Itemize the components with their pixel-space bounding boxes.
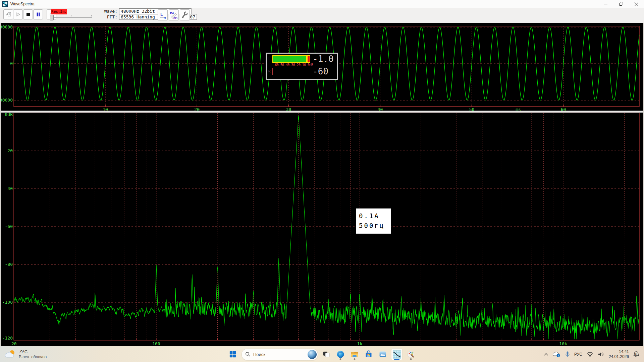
open-file-button[interactable]: [3, 9, 13, 19]
search-placeholder: Поиск: [253, 352, 265, 357]
notification-bell-icon[interactable]: z: [633, 351, 639, 358]
meter-left-fill: [273, 56, 306, 62]
slider-tick: [91, 15, 92, 16]
restore-button[interactable]: [613, 0, 629, 8]
clock[interactable]: 14:41 24.01.2026: [609, 349, 629, 359]
photos-icon: [379, 350, 387, 358]
meter-right-value: -60: [313, 67, 328, 76]
search-highlight-image[interactable]: [308, 350, 317, 359]
meter-left-channel-label: L: [268, 57, 272, 61]
onedrive-icon[interactable]: [553, 351, 561, 357]
language-indicator[interactable]: РУС: [574, 352, 582, 357]
task-view-button[interactable]: [321, 348, 332, 360]
weather-description: В осн. облачно: [19, 355, 47, 359]
svg-text:-20: -20: [5, 148, 13, 153]
paint-icon: [407, 350, 415, 358]
paint-button[interactable]: [405, 348, 417, 360]
svg-text:-80: -80: [5, 262, 13, 267]
meter-left-row: L -1.0: [268, 55, 335, 63]
meter-left-bar: [272, 55, 310, 63]
wifi-icon[interactable]: [587, 352, 593, 357]
file-explorer-button[interactable]: [349, 348, 360, 360]
volume-icon[interactable]: [598, 352, 604, 357]
svg-text:20: 20: [11, 341, 17, 346]
system-tray: РУС 14:41 24.01.2026 z: [544, 346, 639, 362]
open-file-icon: [5, 11, 11, 17]
settings-button[interactable]: [180, 9, 190, 20]
task-view-icon: [322, 350, 330, 358]
input-volume-slider[interactable]: [51, 17, 92, 18]
svg-text:-30000: -30000: [0, 98, 13, 103]
wrench-icon: [181, 11, 189, 19]
annotation-line1: 0.1A: [359, 211, 390, 221]
taskbar: -9°C В осн. облачно Поиск: [0, 346, 644, 362]
wavespectra-app-icon: [2, 1, 8, 7]
minimize-button[interactable]: [598, 0, 613, 8]
window-titlebar: WaveSpectra: [0, 0, 644, 8]
hz-db-scale-icon: Hz dB: [170, 11, 178, 19]
tray-date: 24.01.2026: [609, 354, 629, 359]
meter-left-peak-tip: [308, 56, 310, 62]
meter-right-row: R -60: [268, 67, 335, 75]
stop-icon: [25, 12, 31, 17]
microsoft-store-icon: [365, 350, 373, 358]
meter-right-bar: [272, 68, 310, 75]
microphone-icon[interactable]: [565, 351, 570, 358]
level-meter: L -1.0 -60-50-40-30-20-10 0dB R -60: [266, 53, 338, 80]
meter-right-channel-label: R: [268, 69, 272, 73]
stop-button[interactable]: [23, 9, 33, 19]
desktop-screen: WaveSpectra: [0, 0, 644, 362]
svg-text:R: R: [164, 16, 166, 19]
restore-icon: [619, 2, 623, 6]
play-button[interactable]: [13, 9, 23, 19]
toolbar: Rec.In. Wave: 48000Hz 32bit 2ch FFT: 655…: [0, 8, 644, 23]
svg-text:Hz: Hz: [170, 11, 174, 14]
lr-channel-button[interactable]: L R: [158, 9, 168, 20]
rec-in-badge: Rec.In.: [51, 9, 67, 14]
file-explorer-icon: [351, 350, 359, 358]
pause-button[interactable]: [33, 9, 43, 19]
edge-button[interactable]: [335, 348, 346, 360]
windows-logo-icon: [229, 351, 236, 358]
svg-text:-100: -100: [2, 300, 13, 305]
svg-text:1k: 1k: [357, 341, 363, 346]
meter-left-value: -1.0: [313, 55, 334, 63]
weather-icon: [5, 349, 16, 359]
svg-text:100: 100: [152, 341, 160, 346]
fft-label: FFT:: [100, 14, 117, 19]
photos-button[interactable]: [377, 348, 388, 360]
svg-text:10k: 10k: [559, 341, 567, 346]
svg-text:0dB: 0dB: [5, 112, 13, 117]
wave-label: Wave:: [100, 9, 117, 14]
spectrum-axis-labels: 0dB-20-40-60-80-100-120201001k10k: [2, 112, 567, 346]
pause-icon: [36, 12, 41, 17]
start-button[interactable]: [227, 348, 239, 360]
active-indicator: [394, 359, 399, 360]
weather-temperature: -9°C: [19, 349, 47, 354]
svg-text:30000: 30000: [0, 24, 13, 29]
taskbar-center: Поиск: [227, 348, 417, 360]
svg-text:dB: dB: [173, 16, 177, 19]
microsoft-store-button[interactable]: [363, 348, 374, 360]
lr-channel-icon: L R: [159, 11, 167, 19]
slider-thumb[interactable]: [50, 15, 54, 20]
annotation-line2: 500гц: [359, 221, 390, 231]
weather-widget[interactable]: -9°C В осн. облачно: [5, 348, 47, 361]
svg-text:-60: -60: [5, 224, 13, 229]
minimize-icon: [604, 2, 607, 6]
play-icon: [15, 12, 21, 17]
window-left-edge: [0, 23, 1, 346]
spectrum-panel: 0dB-20-40-60-80-100-120201001k10k: [0, 113, 644, 346]
edge-icon: [336, 350, 344, 358]
running-indicator: [410, 358, 412, 360]
search-box[interactable]: Поиск: [241, 349, 318, 360]
wavespectra-taskbar-button[interactable]: [391, 348, 402, 360]
svg-text:-120: -120: [2, 336, 13, 341]
wavespectra-icon: [393, 350, 401, 359]
tray-time: 14:41: [609, 349, 629, 354]
show-hidden-icons-chevron[interactable]: [544, 353, 548, 356]
running-indicator: [354, 358, 356, 360]
slider-tick: [71, 15, 71, 16]
hz-db-scale-button[interactable]: Hz dB: [169, 9, 179, 20]
close-button[interactable]: [629, 0, 644, 8]
